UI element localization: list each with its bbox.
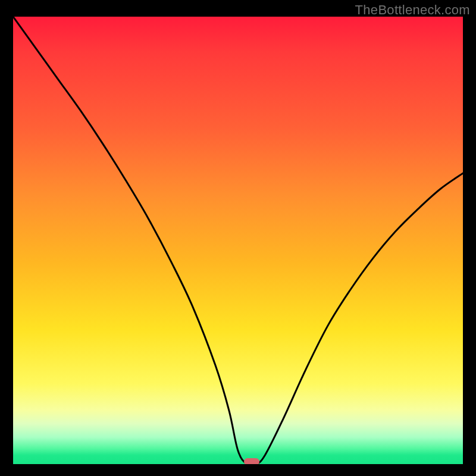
plot-area: [13, 17, 463, 464]
minimum-marker-icon: [244, 458, 259, 464]
bottleneck-curve: [13, 17, 463, 464]
chart-frame: TheBottleneck.com: [0, 0, 476, 476]
watermark-text: TheBottleneck.com: [355, 2, 470, 18]
